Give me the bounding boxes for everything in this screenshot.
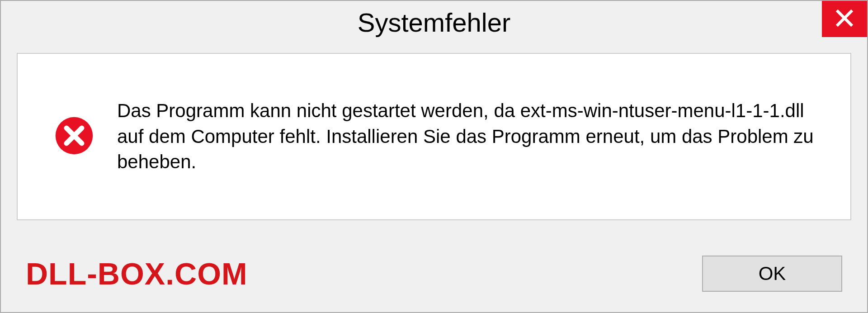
- close-icon: [835, 8, 854, 30]
- error-icon: [54, 115, 94, 158]
- content-area: Das Programm kann nicht gestartet werden…: [17, 53, 851, 220]
- dialog-title: Systemfehler: [358, 7, 510, 38]
- dialog-footer: DLL-BOX.COM OK: [1, 235, 867, 312]
- ok-button[interactable]: OK: [702, 256, 842, 292]
- close-button[interactable]: [822, 1, 867, 37]
- watermark-text: DLL-BOX.COM: [26, 256, 248, 291]
- error-message: Das Programm kann nicht gestartet werden…: [117, 98, 832, 175]
- titlebar: Systemfehler: [1, 1, 867, 44]
- error-dialog: Systemfehler Das Programm kann nicht ges…: [0, 0, 868, 313]
